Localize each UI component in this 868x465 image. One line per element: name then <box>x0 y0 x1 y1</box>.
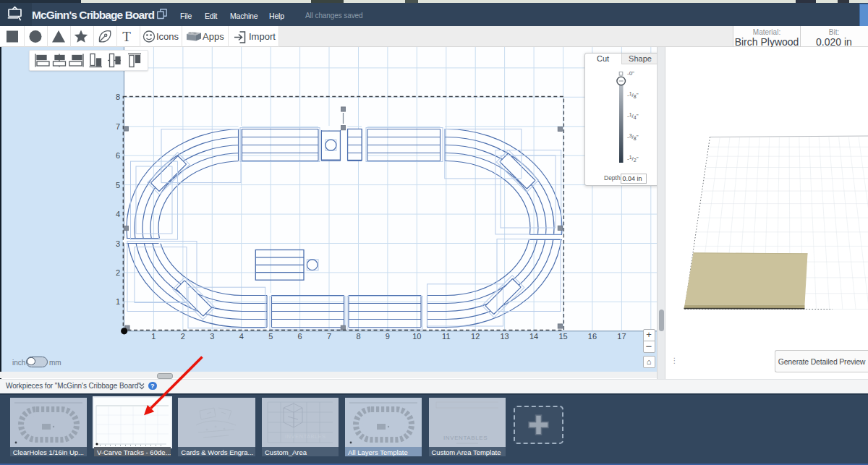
svg-text:Bit:: Bit: <box>829 28 839 36</box>
svg-text:-0": -0" <box>627 70 634 77</box>
svg-text:-1/8": -1/8" <box>627 91 639 99</box>
svg-text:5: 5 <box>268 332 273 341</box>
svg-text:3: 3 <box>116 239 120 247</box>
svg-text:Icons: Icons <box>156 31 179 42</box>
svg-text:1: 1 <box>151 332 156 341</box>
svg-text:Apps: Apps <box>203 31 224 42</box>
svg-text:-3/8": -3/8" <box>627 133 639 141</box>
svg-text:17: 17 <box>617 332 626 341</box>
svg-text:5: 5 <box>116 180 120 189</box>
svg-text:16: 16 <box>588 332 597 341</box>
svg-text:2: 2 <box>181 332 185 341</box>
svg-text:8: 8 <box>116 93 120 101</box>
svg-text:0.020 in: 0.020 in <box>816 35 852 47</box>
svg-text:11: 11 <box>442 332 450 341</box>
svg-text:-1/2": -1/2" <box>627 155 639 163</box>
svg-text:12: 12 <box>471 332 480 341</box>
svg-text:1: 1 <box>116 297 120 306</box>
svg-text:7: 7 <box>327 332 331 341</box>
svg-text:2: 2 <box>116 268 120 276</box>
svg-text:4: 4 <box>239 332 244 341</box>
svg-text:T: T <box>122 29 131 44</box>
svg-text:INVENTABLES: INVENTABLES <box>443 435 488 441</box>
svg-text:13: 13 <box>500 332 509 341</box>
svg-text:Material:: Material: <box>753 28 780 36</box>
svg-text:INVENTABLES: INVENTABLES <box>285 433 326 440</box>
svg-text:6: 6 <box>116 151 120 160</box>
svg-text:14: 14 <box>529 332 538 341</box>
svg-text:Birch Plywood: Birch Plywood <box>735 35 799 47</box>
svg-text:7: 7 <box>116 121 120 130</box>
svg-text:10: 10 <box>412 332 421 341</box>
svg-text:-1/4": -1/4" <box>627 112 639 120</box>
svg-text:3: 3 <box>210 332 214 341</box>
svg-text:6: 6 <box>298 332 302 341</box>
svg-text:4: 4 <box>116 210 120 218</box>
svg-text:Import: Import <box>249 31 276 42</box>
svg-text:8: 8 <box>356 332 360 341</box>
svg-text:15: 15 <box>558 332 567 341</box>
svg-text:9: 9 <box>386 332 390 341</box>
